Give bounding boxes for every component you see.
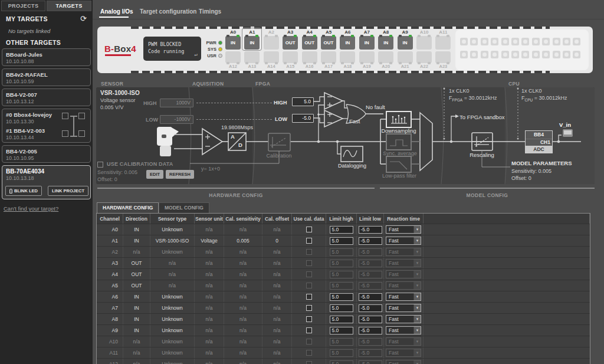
table-row-a5[interactable]: A5OUTn/an/an/an/a5.0-5.0Fast▾	[97, 280, 590, 291]
digital-io-connector[interactable]	[460, 38, 468, 45]
use-cal-checkbox[interactable]	[306, 305, 312, 311]
edit-button[interactable]: EDIT	[146, 170, 163, 179]
digital-io-connector[interactable]	[491, 38, 498, 45]
target-card[interactable]: BB4-V2-00510.10.10.95	[2, 145, 91, 163]
digital-io-connector[interactable]	[573, 51, 580, 58]
table-row-a0[interactable]: A0INUnknownn/an/an/a5.0-5.0Fast▾	[97, 224, 590, 235]
channel-connector-a4[interactable]: OUT	[302, 36, 317, 50]
digital-io-connector[interactable]	[481, 51, 488, 58]
digital-io-connector[interactable]	[563, 38, 570, 45]
channel-connector-a13[interactable]	[244, 51, 260, 63]
table-row-a3[interactable]: A3OUTn/an/an/an/a5.0-5.0Fast▾	[97, 258, 590, 269]
channel-connector-a23[interactable]	[435, 51, 451, 63]
use-calibration-checkbox[interactable]	[97, 162, 103, 168]
channel-connector-a12[interactable]	[225, 51, 241, 63]
tab-model-config[interactable]: MODEL CONFIG	[159, 202, 209, 213]
channel-connector-a6[interactable]: IN	[340, 36, 355, 50]
channel-connector-a20[interactable]	[378, 51, 393, 63]
channel-connector-a7[interactable]: IN	[359, 36, 375, 50]
table-row-a11[interactable]: A11n/aUnknownn/an/an/a5.0-5.0Fast▾	[97, 347, 590, 359]
digital-io-connector[interactable]	[501, 51, 509, 58]
table-row-a1[interactable]: A1INVSR-1000-ISOVoltage0.00505.0-5.0Fast…	[97, 235, 590, 247]
tab-hardware-config[interactable]: HARDWARE CONFIG	[97, 202, 159, 213]
reaction-time-select[interactable]: Fast▾	[386, 315, 421, 323]
table-row-a7[interactable]: A7INUnknownn/an/an/a5.0-5.0Fast▾	[97, 303, 590, 314]
limit-high-input[interactable]: 5.0	[330, 327, 353, 335]
channel-connector-a10[interactable]	[416, 36, 432, 50]
channel-connector-a14[interactable]	[264, 51, 279, 63]
table-row-a8[interactable]: A8INUnknownn/an/an/a5.0-5.0Fast▾	[97, 314, 590, 325]
blink-led-button[interactable]: BLINK LED	[5, 186, 42, 196]
group-link-checkbox[interactable]	[62, 130, 68, 137]
channel-connector-a16[interactable]	[302, 51, 317, 63]
digital-io-connector[interactable]	[511, 38, 519, 45]
digital-io-connector[interactable]	[532, 38, 540, 45]
digital-io-connector[interactable]	[563, 51, 570, 58]
target-card-group[interactable]: #0 Bbox4-lovejoy10.10.13.30#1 BB4-V2-003…	[2, 109, 91, 143]
channel-connector-a22[interactable]	[416, 51, 432, 63]
use-cal-checkbox[interactable]	[306, 238, 312, 244]
channel-connector-a5[interactable]: OUT	[321, 36, 336, 50]
limit-high-input[interactable]: 5.0	[330, 226, 353, 234]
group-link-checkbox[interactable]	[78, 130, 85, 137]
channel-connector-a1[interactable]: IN	[244, 36, 260, 50]
channel-connector-a3[interactable]: OUT	[283, 36, 298, 50]
limit-low-input[interactable]: -5.0	[359, 293, 382, 301]
tab-target-configuration[interactable]: Target configuration	[140, 8, 196, 15]
link-project-button[interactable]: LINK PROJECT	[48, 186, 88, 196]
digital-io-connector[interactable]	[553, 38, 560, 45]
limit-high-input[interactable]: 5.0	[330, 316, 353, 323]
group-link-checkbox[interactable]	[62, 113, 68, 119]
reaction-time-select[interactable]: Fast▾	[386, 326, 421, 335]
table-row-a4[interactable]: A4OUTn/an/an/an/a5.0-5.0Fast▾	[97, 269, 590, 280]
tab-timings[interactable]: Timings	[199, 8, 221, 15]
limit-low-field[interactable]: -5.0	[292, 114, 314, 123]
reaction-time-select[interactable]: Fast▾	[386, 237, 421, 245]
target-card[interactable]: BBoard-Jules10.10.10.88	[2, 48, 91, 66]
digital-io-connector[interactable]	[532, 51, 540, 58]
limit-low-input[interactable]: -5.0	[359, 226, 382, 234]
digital-io-connector[interactable]	[501, 38, 509, 45]
tab-projects[interactable]: PROJECTS	[1, 1, 45, 11]
reaction-time-select[interactable]: Fast▾	[386, 225, 421, 234]
table-row-a2[interactable]: A2n/aUnknownn/an/an/a5.0-5.0Fast▾	[97, 247, 590, 258]
limit-high-input[interactable]: 5.0	[330, 237, 353, 245]
use-cal-checkbox[interactable]	[306, 316, 312, 322]
digital-io-connector[interactable]	[481, 38, 488, 45]
digital-io-connector[interactable]	[511, 51, 519, 58]
digital-io-connector[interactable]	[521, 51, 529, 58]
limit-low-input[interactable]: -5.0	[359, 316, 382, 323]
refresh-button[interactable]: REFRESH	[166, 170, 194, 179]
digital-io-connector[interactable]	[470, 51, 478, 58]
channel-connector-a0[interactable]: IN	[225, 36, 241, 50]
limit-low-input[interactable]: -5.0	[359, 327, 382, 335]
channel-connector-a9[interactable]: IN	[398, 36, 413, 50]
use-cal-checkbox[interactable]	[306, 227, 312, 232]
limit-low-input[interactable]: -5.0	[359, 237, 382, 245]
limit-high-input[interactable]: 5.0	[330, 304, 353, 312]
digital-io-connector[interactable]	[521, 38, 529, 45]
table-row-a10[interactable]: A10n/aUnknownn/an/an/a5.0-5.0Fast▾	[97, 336, 590, 347]
channel-connector-a17[interactable]	[321, 51, 336, 63]
channel-connector-a15[interactable]	[283, 51, 298, 63]
table-row-a12[interactable]: A12n/aUnknownn/an/an/a5.0-5.0Fast▾	[97, 359, 590, 364]
digital-io-connector[interactable]	[542, 51, 550, 58]
group-link-checkbox[interactable]	[78, 113, 85, 119]
target-card[interactable]: BB4v2-RAFAEL10.10.10.59	[2, 68, 91, 86]
table-row-a6[interactable]: A6INUnknownn/an/an/a5.0-5.0Fast▾	[97, 291, 590, 303]
channel-connector-a19[interactable]	[359, 51, 375, 63]
digital-io-connector[interactable]	[491, 51, 498, 58]
table-row-a9[interactable]: A9INUnknownn/an/an/a5.0-5.0Fast▾	[97, 325, 590, 336]
tab-targets[interactable]: TARGETS	[47, 1, 91, 11]
channel-connector-a21[interactable]	[398, 51, 413, 63]
limit-high-input[interactable]: 5.0	[330, 293, 353, 301]
tab-analog-ios[interactable]: Analog I/Os	[100, 8, 133, 15]
channel-connector-a2[interactable]	[264, 36, 279, 50]
target-card[interactable]: BB4-V2-00710.10.13.12	[2, 88, 91, 106]
digital-io-connector[interactable]	[460, 51, 468, 58]
channel-connector-a11[interactable]	[435, 36, 451, 50]
reaction-time-select[interactable]: Fast▾	[386, 293, 421, 301]
channel-connector-a18[interactable]	[340, 51, 355, 63]
use-cal-checkbox[interactable]	[306, 327, 312, 333]
target-card-selected[interactable]: BB-70AE403410.10.13.18BLINK LEDLINK PROJ…	[2, 165, 91, 199]
